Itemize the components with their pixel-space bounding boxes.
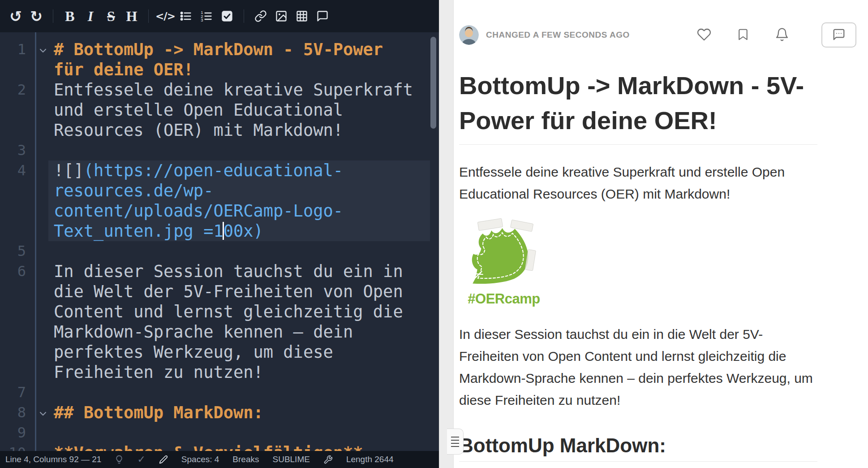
keymap-setting[interactable]: SUBLIME: [272, 455, 309, 464]
link-button[interactable]: [250, 5, 271, 27]
avatar[interactable]: [459, 25, 479, 45]
doc-title: BottomUp -> MarkDown - 5V-Power für dein…: [459, 68, 817, 145]
doc-paragraph-1: Entfessele deine kreative Superkraft und…: [459, 161, 817, 205]
oercamp-logo-text: #OERcamp: [459, 291, 549, 307]
editor-line-content[interactable]: **Verwahren & Vervielfältigen**: [48, 443, 430, 451]
bookmark-button[interactable]: [736, 27, 750, 43]
image-button[interactable]: [271, 5, 292, 27]
heart-icon: [697, 27, 711, 43]
editor-line: 10**Verwahren & Vervielfältigen**: [0, 443, 430, 451]
preview-actions: [697, 22, 856, 48]
comment-bubble-icon: [832, 28, 846, 43]
brush-icon[interactable]: [159, 455, 168, 464]
code-row: Content und lernst gleichzeitig die: [54, 302, 425, 322]
code-row: [54, 241, 425, 261]
code-button[interactable]: </>: [155, 5, 176, 27]
undo-icon: ↺: [9, 9, 22, 24]
code-segment: Resources (OER) mit Markdown!: [54, 121, 343, 140]
line-gutter: 4: [0, 160, 48, 241]
code-row: für deine OER!: [54, 60, 425, 80]
rendered-markdown: BottomUp -> MarkDown - 5V-Power für dein…: [459, 68, 817, 462]
lightbulb-icon[interactable]: [115, 455, 124, 464]
editor-line-content[interactable]: [48, 382, 430, 403]
code-segment: In dieser Session tauchst du ein in: [54, 262, 403, 281]
notification-button[interactable]: [775, 27, 789, 43]
code-segment: Content und lernst gleichzeitig die: [54, 302, 403, 321]
line-number: 6: [0, 261, 48, 282]
like-button[interactable]: [697, 27, 711, 43]
italic-button[interactable]: I: [80, 5, 101, 27]
bookmark-icon: [736, 27, 750, 43]
check-icon: ✓: [137, 454, 145, 465]
editor-line: 6In dieser Session tauchst du ein indie …: [0, 261, 430, 382]
code-segment: **Verwahren & Vervielfältigen**: [54, 443, 363, 451]
code-segment: Freiheiten zu nutzen!: [54, 363, 263, 382]
line-number: 3: [0, 140, 48, 160]
editor-scrollbar[interactable]: [430, 37, 436, 129]
editor-line-content[interactable]: In dieser Session tauchst du ein indie W…: [48, 261, 430, 382]
editor-line-content[interactable]: ## BottomUp MarkDown:: [48, 403, 430, 423]
strikethrough-button[interactable]: S: [101, 5, 121, 27]
editor-lines: 1# BottomUp -> MarkDown - 5V-Powerfür de…: [0, 39, 430, 451]
table-button[interactable]: [292, 5, 312, 27]
doc-paragraph-2: In dieser Session tauchst du ein in die …: [459, 323, 817, 411]
editor-line: 7: [0, 382, 430, 403]
heading-button[interactable]: H: [121, 5, 142, 27]
code-icon: </>: [155, 10, 175, 22]
strikethrough-icon: S: [107, 9, 115, 23]
line-gutter: 3: [0, 140, 48, 160]
wrench-icon[interactable]: [323, 455, 333, 464]
editor-line-content[interactable]: [48, 423, 430, 443]
toolbar-separator: [148, 9, 149, 23]
line-number: 4: [0, 160, 48, 181]
image-icon: [275, 10, 288, 22]
redo-button[interactable]: ↻: [26, 5, 47, 27]
editor-line-content[interactable]: ![](https://open-educational-resources.d…: [48, 160, 430, 241]
editor-line-content[interactable]: [48, 241, 430, 261]
toolbar-separator: [53, 9, 53, 23]
code-row: Entfessele deine kreative Superkraft: [54, 80, 425, 100]
editor-line: 2Entfessele deine kreative Superkraftund…: [0, 80, 430, 140]
code-segment: Text_unten.jpg =1: [54, 221, 223, 241]
toolbar-separator: [244, 9, 244, 23]
code-segment: Markdown-Sprache kennen – dein: [54, 322, 353, 342]
bell-icon: [775, 27, 789, 43]
comment-button[interactable]: [312, 5, 333, 27]
comment-icon: [316, 10, 329, 22]
split-divider[interactable]: [439, 0, 454, 468]
editor-line-content[interactable]: Entfessele deine kreative Superkraftund …: [48, 80, 430, 140]
fold-chevron-icon[interactable]: [39, 410, 47, 418]
table-icon: [296, 10, 308, 22]
code-row: [54, 382, 425, 403]
hackmd-app: ↺ ↻ B I S H </>: [0, 0, 868, 468]
linebreak-setting[interactable]: Breaks: [232, 455, 259, 464]
code-row: und erstelle Open Educational: [54, 100, 425, 120]
editor-line-content[interactable]: # BottomUp -> MarkDown - 5V-Powerfür dei…: [48, 39, 430, 80]
redo-icon: ↻: [30, 9, 43, 24]
code-row: ![](https://open-educational-: [54, 160, 425, 181]
code-segment: (https://open-educational-: [84, 161, 343, 180]
changed-status: CHANGED A FEW SECONDS AGO: [486, 30, 630, 40]
code-row: **Verwahren & Vervielfältigen**: [54, 443, 425, 451]
editor-line: 3: [0, 140, 430, 160]
line-number: 5: [0, 241, 48, 261]
code-segment: ## BottomUp MarkDown:: [54, 403, 263, 422]
code-row: Text_unten.jpg =100x): [54, 221, 425, 241]
code-row: resources.de/wp-: [54, 181, 425, 201]
editor-line-content[interactable]: [48, 140, 430, 160]
line-gutter: 5: [0, 241, 48, 261]
bold-button[interactable]: B: [60, 5, 80, 27]
numbered-list-button[interactable]: 1 2 3: [196, 5, 217, 27]
indent-setting[interactable]: Spaces: 4: [181, 455, 219, 464]
open-comments-button[interactable]: [821, 22, 856, 48]
bullet-list-button[interactable]: [176, 5, 196, 27]
code-editor[interactable]: 1# BottomUp -> MarkDown - 5V-Powerfür de…: [0, 32, 439, 451]
document-length: Length 2644: [346, 455, 394, 464]
fold-chevron-icon[interactable]: [39, 47, 47, 55]
oercamp-flame-graphic: [461, 221, 546, 288]
undo-button[interactable]: ↺: [5, 5, 26, 27]
toc-toggle-handle[interactable]: [447, 429, 464, 455]
line-gutter: 2: [0, 80, 48, 140]
code-row: Freiheiten zu nutzen!: [54, 362, 425, 382]
checklist-button[interactable]: [217, 5, 237, 27]
